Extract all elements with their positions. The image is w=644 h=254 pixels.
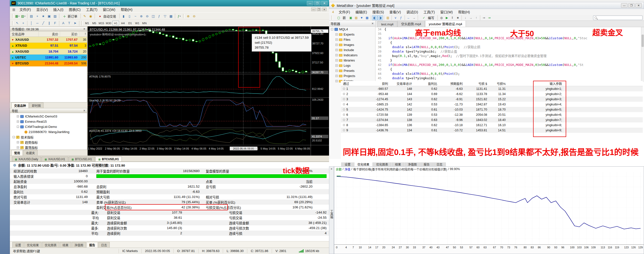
editor-scrollbar[interactable] [641, 27, 644, 82]
menu-item[interactable]: 窗口(W) [438, 9, 456, 15]
shapes-arrow-icon[interactable]: ➤ [72, 20, 78, 26]
navigator-tab[interactable]: 常用 [11, 150, 23, 156]
tester-tab[interactable]: 优化结果 [24, 242, 42, 248]
menu-item[interactable]: 查看(V) [386, 9, 404, 15]
results-row[interactable]: 3-1274.451430.62-8.911521.8215.22yingkui… [341, 96, 643, 102]
search-input[interactable] [593, 15, 642, 20]
jump-var-icon[interactable]: v [393, 15, 398, 20]
toggle-navigator-icon[interactable]: ◧ [372, 15, 378, 20]
chart-tab[interactable]: ▦XAUUSD,Daily [12, 157, 41, 161]
save-icon[interactable]: ▼ [359, 15, 364, 20]
price-chart[interactable]: 39532.8038727.7037922.6037117.5036312.40… [88, 26, 329, 156]
autotrade-button[interactable]: ●自动交易 [96, 12, 118, 19]
results-row[interactable]: 9-1436.761340.61-10.721453.8114.51yingku… [341, 128, 643, 133]
expand-icon[interactable]: + [17, 120, 19, 123]
close-icon[interactable]: ✕ [321, 1, 328, 5]
navigator-item[interactable]: + ICMarketsSC-Demo03 [10, 114, 87, 119]
tree-item[interactable]: +Files [329, 37, 375, 42]
signals-icon[interactable]: ◉ [88, 13, 94, 19]
market-watch-row[interactable]: ▲XAGUSD 18.704 18.724 20 [10, 49, 87, 54]
menu-item[interactable]: 调试(D) [404, 9, 421, 15]
results-row[interactable]: 6-1720.581390.53-12.382054.0820.51yingku… [341, 112, 643, 117]
debug-pause-icon[interactable]: ‖ [450, 15, 455, 20]
expand-icon[interactable]: + [336, 49, 338, 51]
tree-item[interactable]: +Images [329, 42, 375, 47]
indicators-icon[interactable]: ƒ [176, 13, 182, 19]
timeframe-M30[interactable]: M30 [105, 21, 112, 25]
new-chart-icon[interactable]: ▦ [14, 13, 20, 19]
close-icon[interactable]: ✕ [330, 168, 332, 170]
results-row[interactable]: 1-980.571480.62-6.631131.4111.31yingkuib… [341, 86, 643, 91]
indicators-icon[interactable]: ƒ [156, 13, 162, 19]
navigator-item[interactable]: + f 震荡指标 [10, 145, 87, 150]
expand-icon[interactable]: + [17, 115, 19, 117]
strategy-tester-icon[interactable]: ▨ [52, 13, 58, 19]
expand-icon[interactable]: + [336, 64, 338, 67]
minimize-icon[interactable]: — [621, 3, 628, 8]
menu-item[interactable]: 工具(T) [421, 9, 438, 15]
tree-item[interactable]: +Experts [329, 32, 375, 37]
back-icon[interactable]: ← [406, 15, 411, 20]
mdi-minimize-icon[interactable]: — [311, 8, 316, 11]
chart-line-icon[interactable]: ~ [132, 13, 138, 19]
fibonacci-icon[interactable]: F [52, 20, 58, 26]
new-order-button[interactable]: ＋新订单 [60, 12, 80, 19]
restore-icon[interactable]: ❐ [314, 1, 320, 5]
text-a-icon[interactable]: A [60, 20, 66, 26]
expand-icon[interactable]: + [17, 141, 19, 143]
tree-item[interactable]: +libraries [329, 58, 375, 63]
tree-root[interactable]: -MQL4 [329, 27, 375, 32]
trendline-icon[interactable]: ╱ [40, 20, 46, 26]
menu-item[interactable]: 窗口(W) [100, 6, 118, 12]
menu-item[interactable]: 文件(F) [336, 9, 353, 15]
market-watch-row[interactable]: ▼XAUUSD 1707.32 1707.67 35 [10, 37, 87, 43]
channel-icon[interactable]: ∥ [46, 20, 52, 26]
navigator-item[interactable]: - CXMTradingLtd-Demo [10, 124, 87, 129]
tester-tab[interactable]: 优化图表 [42, 242, 59, 248]
zoom-in-icon[interactable]: ⊕ [138, 13, 144, 19]
expand-icon[interactable]: + [336, 54, 338, 56]
results-row[interactable]: 8-1384.651360.62-10.181612.7116.10yingku… [341, 122, 643, 128]
navigator-item[interactable]: + Exness-Real15 [10, 119, 87, 124]
market-watch-row[interactable]: ▼BTCUSD 21344.48 21349.54 506 [10, 60, 87, 66]
navigator-tab[interactable]: 收藏夹 [23, 150, 38, 156]
tree-item[interactable]: +Include [329, 47, 375, 53]
tree-item[interactable]: +Presets [329, 68, 375, 73]
debug-start-icon[interactable]: ▶ [444, 15, 450, 20]
menu-item[interactable]: 显示(V) [34, 6, 51, 12]
new-file-button[interactable]: ▢新 [334, 14, 348, 21]
file-tab[interactable]: test.mq4 [378, 21, 397, 27]
expand-icon[interactable]: - [331, 28, 333, 30]
expand-icon[interactable]: - [12, 136, 15, 138]
navigator-item[interactable]: 2100660670: WangJianMing [10, 129, 87, 135]
maximize-icon[interactable]: ❐ [628, 3, 634, 8]
chart-tab[interactable]: ▦BTCUSD,H1 [69, 157, 95, 161]
chart-tab[interactable]: ▦BTCUSD,H1 [95, 157, 122, 161]
open-folder-icon[interactable]: ▤ [354, 15, 359, 20]
navigator-icon[interactable]: ★ [40, 13, 46, 19]
tester-tab[interactable]: 设置 [12, 242, 24, 248]
close-icon[interactable]: ✕ [635, 3, 642, 8]
market-watch-row[interactable]: ▲USTEC 11991.60 11993.60 200 [10, 54, 87, 60]
navigator-item[interactable]: - f 技术指标 [10, 135, 87, 140]
market-watch-tab[interactable]: 即时图 [29, 102, 44, 108]
tree-item[interactable]: +Indicators [329, 53, 375, 58]
periods-icon[interactable]: ▽ [162, 13, 168, 19]
expand-icon[interactable]: + [336, 33, 338, 35]
menu-item[interactable]: 插入(I) [51, 6, 66, 12]
menu-item[interactable]: 帮助(H) [456, 9, 472, 15]
timeframe-D1[interactable]: D1 [127, 21, 134, 25]
step-into-icon[interactable]: ↓ [463, 15, 468, 20]
zoom-in-icon[interactable]: ⊕ [185, 13, 191, 19]
chart-candles-icon[interactable]: ▮ [120, 13, 126, 19]
expand-icon[interactable]: + [336, 75, 338, 77]
expand-icon[interactable]: + [336, 70, 338, 72]
timeframe-M1[interactable]: M1 [84, 21, 90, 25]
tree-item[interactable]: +Logs [329, 63, 375, 68]
results-row[interactable]: 2-953.481440.69-6.621133.7811.34yingkuib… [341, 91, 643, 96]
chart-bars-icon[interactable]: ▯ [126, 13, 132, 19]
tile-windows-icon[interactable]: ◫ [150, 13, 156, 19]
tester-tab[interactable]: 报告 [86, 242, 98, 248]
goto-declaration-icon[interactable]: ⇒ [487, 15, 492, 20]
debug-stop-icon[interactable]: ■ [455, 15, 460, 20]
